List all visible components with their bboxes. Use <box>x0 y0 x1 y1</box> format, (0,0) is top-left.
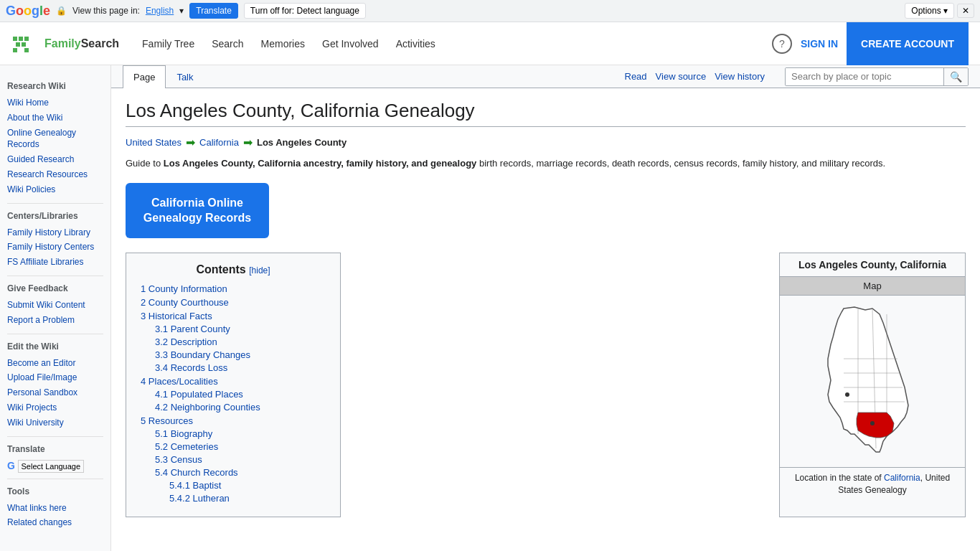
google-translate-bar: Google 🔒 View this page in: English▾ Tra… <box>0 0 980 22</box>
wiki-search-input[interactable] <box>786 68 943 85</box>
info-box-california-link[interactable]: California <box>884 473 920 483</box>
contents-item-4-1: 4.1 Populated Places <box>155 389 326 400</box>
sidebar-become-editor[interactable]: Become an Editor <box>7 356 103 371</box>
logo-link[interactable]: FamilySearch <box>11 29 119 58</box>
cta-button[interactable]: California Online Genealogy Records <box>126 183 269 239</box>
options-area: Options ▾ ✕ <box>905 3 974 19</box>
contents-link-3[interactable]: 3 Historical Facts <box>141 311 212 321</box>
svg-rect-5 <box>13 48 17 52</box>
centers-title: Centers/Libraries <box>7 211 103 221</box>
header-actions: ? SIGN IN CREATE ACCOUNT <box>772 22 969 65</box>
info-box: Los Angeles County, California Map <box>779 253 966 517</box>
edit-wiki-title: Edit the Wiki <box>7 342 103 352</box>
create-account-button[interactable]: CREATE ACCOUNT <box>847 22 969 65</box>
sidebar-what-links[interactable]: What links here <box>7 501 103 516</box>
sidebar-family-history-centers[interactable]: Family History Centers <box>7 240 103 255</box>
contents-link-3-4[interactable]: 3.4 Records Loss <box>155 362 227 373</box>
sidebar-wiki-university[interactable]: Wiki University <box>7 415 103 430</box>
sidebar-guided-research[interactable]: Guided Research <box>7 152 103 167</box>
contents-link-5-3[interactable]: 5.3 Census <box>155 454 202 465</box>
contents-hide[interactable]: [hide] <box>249 265 270 276</box>
nav-family-tree[interactable]: Family Tree <box>133 32 203 55</box>
sidebar-upload-file[interactable]: Upload File/Image <box>7 370 103 385</box>
sidebar-wiki-home[interactable]: Wiki Home <box>7 95 103 110</box>
language-link[interactable]: English <box>146 6 174 16</box>
familysearch-logo-icon <box>11 29 40 58</box>
main-navigation: Family Tree Search Memories Get Involved… <box>133 32 772 55</box>
tab-view-history[interactable]: View history <box>715 71 765 82</box>
contents-link-5-2[interactable]: 5.2 Cemeteries <box>155 441 218 452</box>
sidebar-submit-wiki[interactable]: Submit Wiki Content <box>7 298 103 313</box>
contents-item-5-4-1: 5.4.1 Baptist <box>169 480 326 491</box>
contents-item-4-2: 4.2 Neighboring Counties <box>155 402 326 413</box>
info-box-map <box>780 296 965 467</box>
sidebar-divider-1 <box>7 203 103 204</box>
translate-button[interactable]: Translate <box>189 3 238 19</box>
contents-link-3-3[interactable]: 3.3 Boundary Changes <box>155 349 250 360</box>
sidebar-wiki-projects[interactable]: Wiki Projects <box>7 400 103 415</box>
main-content: Los Angeles County, California Genealogy… <box>111 88 980 551</box>
contents-link-5-4[interactable]: 5.4 Church Records <box>155 467 238 478</box>
nav-get-involved[interactable]: Get Involved <box>314 32 387 55</box>
contents-link-3-2[interactable]: 3.2 Description <box>155 336 217 347</box>
svg-rect-6 <box>24 48 29 52</box>
sidebar-report-problem[interactable]: Report a Problem <box>7 313 103 328</box>
turnoff-button[interactable]: Turn off for: Detect language <box>244 3 366 19</box>
contents-link-4-1[interactable]: 4.1 Populated Places <box>155 389 243 400</box>
tab-read[interactable]: Read <box>625 71 647 82</box>
tab-view-source[interactable]: View source <box>656 71 707 82</box>
contents-item-1: 1 County Information <box>141 283 326 294</box>
contents-box: Contents [hide] 1 County Information 2 C… <box>126 253 341 517</box>
contents-item-4: 4 Places/Localities 4.1 Populated Places… <box>141 376 326 413</box>
view-page-text: View this page in: <box>72 6 140 16</box>
california-map-svg <box>801 301 944 459</box>
wiki-search-button[interactable]: 🔍 <box>943 68 968 85</box>
select-language-button[interactable]: Select Language <box>18 460 85 473</box>
sidebar-wiki-policies[interactable]: Wiki Policies <box>7 182 103 197</box>
sidebar-about-wiki[interactable]: About the Wiki <box>7 110 103 126</box>
signin-button[interactable]: SIGN IN <box>801 38 838 50</box>
nav-search[interactable]: Search <box>203 32 252 55</box>
nav-activities[interactable]: Activities <box>387 32 444 55</box>
tab-actions: Read View source View history 🔍 <box>625 67 969 86</box>
breadcrumb-california[interactable]: California <box>199 137 239 148</box>
site-header: FamilySearch Family Tree Search Memories… <box>0 22 980 65</box>
nav-memories[interactable]: Memories <box>253 32 314 55</box>
contents-link-4-2[interactable]: 4.2 Neighboring Counties <box>155 402 260 413</box>
sidebar-divider-4 <box>7 436 103 437</box>
sidebar-online-records[interactable]: Online Genealogy Records <box>7 126 103 153</box>
contents-header: Contents [hide] <box>141 263 326 276</box>
breadcrumb: United States ➡ California ➡ Los Angeles… <box>126 136 966 149</box>
contents-link-3-1[interactable]: 3.1 Parent County <box>155 324 230 334</box>
contents-link-5-4-1[interactable]: 5.4.1 Baptist <box>169 480 221 491</box>
help-icon[interactable]: ? <box>772 34 792 54</box>
contents-item-5-4-2: 5.4.2 Lutheran <box>169 493 326 504</box>
contents-item-5-4: 5.4 Church Records 5.4.1 Baptist 5.4.2 L… <box>155 467 326 504</box>
contents-link-2[interactable]: 2 County Courthouse <box>141 297 229 308</box>
contents-link-4[interactable]: 4 Places/Localities <box>141 376 218 387</box>
tab-talk[interactable]: Talk <box>166 65 204 88</box>
tab-page[interactable]: Page <box>123 65 166 88</box>
sidebar-related-changes[interactable]: Related changes <box>7 515 103 530</box>
contents-link-1[interactable]: 1 County Information <box>141 283 227 294</box>
page-layout: Research Wiki Wiki Home About the Wiki O… <box>0 65 980 551</box>
translate-title: Translate <box>7 444 103 454</box>
contents-link-5-4-2[interactable]: 5.4.2 Lutheran <box>169 493 230 504</box>
svg-point-15 <box>870 421 875 425</box>
sidebar-research-resources[interactable]: Research Resources <box>7 167 103 182</box>
contents-item-3: 3 Historical Facts 3.1 Parent County 3.2… <box>141 311 326 373</box>
breadcrumb-united-states[interactable]: United States <box>126 137 182 148</box>
contents-item-3-2: 3.2 Description <box>155 336 326 347</box>
options-button[interactable]: Options ▾ <box>905 3 954 19</box>
translate-section: G Select Language <box>7 460 103 473</box>
sidebar-family-history-library[interactable]: Family History Library <box>7 225 103 240</box>
close-button[interactable]: ✕ <box>957 4 974 18</box>
sidebar-personal-sandbox[interactable]: Personal Sandbox <box>7 385 103 400</box>
contents-link-5[interactable]: 5 Resources <box>141 415 193 426</box>
contents-sub-sub-list-5-4: 5.4.1 Baptist 5.4.2 Lutheran <box>155 480 326 504</box>
contents-item-2: 2 County Courthouse <box>141 297 326 308</box>
breadcrumb-arrow-2: ➡ <box>243 136 253 149</box>
give-feedback-title: Give Feedback <box>7 283 103 293</box>
contents-link-5-1[interactable]: 5.1 Biography <box>155 428 212 439</box>
sidebar-fs-affiliate[interactable]: FS Affiliate Libraries <box>7 255 103 270</box>
